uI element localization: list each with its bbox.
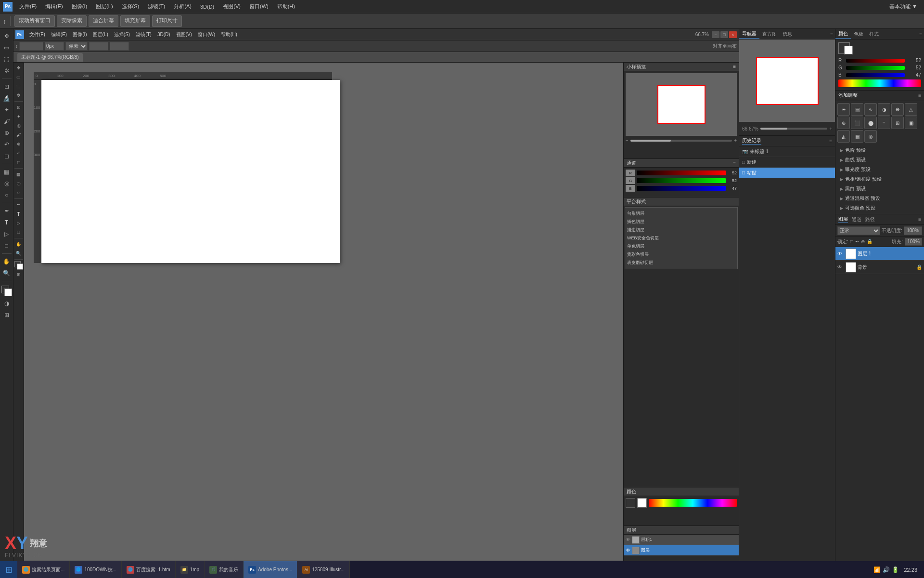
color-r-slider[interactable] [846,59,905,63]
tool-icon-1[interactable]: ↕ [3,17,6,25]
inner-menu-edit[interactable]: 编辑(E) [49,31,69,39]
adj-list-exposure[interactable]: 曝光度 预设 [837,165,922,174]
taskbar-item-2[interactable]: 🌐 100DOWN技... [70,561,122,578]
ps-history-brush[interactable]: ↶ [14,149,23,158]
float-list-item-1[interactable]: 勾形切层 [627,210,735,218]
menu-analyze[interactable]: 分析(A) [170,2,195,11]
lock-icon-3[interactable]: ⊕ [861,239,865,244]
adj-curves-icon[interactable]: ∿ [864,103,877,116]
inner-menu-view[interactable]: 视图(V) [174,31,194,39]
tab-styles[interactable]: 样式 [866,30,882,39]
adj-colorbalance-icon[interactable]: ⊕ [837,117,850,129]
ps-lasso[interactable]: ⬚ [14,82,23,91]
tab-info[interactable]: 信息 [780,30,795,39]
lock-icon-1[interactable]: □ [850,239,853,244]
screen-mode-tool[interactable]: ⊞ [1,310,12,320]
ps-text[interactable]: T [14,210,23,218]
adj-hsl-icon[interactable]: △ [905,103,917,116]
nav-zoom-slider[interactable] [630,140,732,142]
rectangle-select-tool[interactable]: ▭ [1,42,12,53]
adj-tab-label[interactable]: 添加调整 [838,92,858,99]
tab-color[interactable]: 颜色 [835,29,851,39]
menu-file[interactable]: 文件(F) [15,2,40,11]
ps-fg-bg[interactable] [14,261,23,270]
color-bg-box[interactable] [844,46,853,54]
fit-screen-btn[interactable]: 适合屏幕 [89,15,118,27]
inner-layer-eye-1[interactable]: 👁 [626,537,630,542]
lasso-tool[interactable]: ⬚ [1,54,12,65]
menu-edit[interactable]: 编辑(E) [41,2,67,11]
menu-view[interactable]: 视图(V) [219,2,244,11]
inner-layer-row-1[interactable]: 👁 层积1 [624,535,739,545]
ps-gradient[interactable]: ▦ [14,170,23,179]
dodge-tool[interactable]: ○ [1,190,12,200]
adj-threshold-icon[interactable]: ◭ [837,130,850,143]
scroll-all-windows-btn[interactable]: 滚动所有窗口 [14,15,55,27]
adj-list-hsl[interactable]: 色相/饱和度 预设 [837,174,922,184]
shape-tool[interactable]: □ [1,240,12,251]
inner-tool-input-3[interactable] [89,42,108,51]
nav-zoom-in[interactable]: + [829,126,832,131]
adj-invert-icon[interactable]: ⊞ [891,117,904,129]
nav-slider-track[interactable] [760,128,827,130]
ps-move-tool[interactable]: ✥ [14,64,23,72]
taskbar-item-5[interactable]: 🎵 我的音乐 [205,561,244,578]
inner-tool-input-2[interactable] [45,42,64,51]
win-restore-btn[interactable]: □ [720,31,728,38]
taskbar-item-6[interactable]: Ps Adobe Photos... [244,561,297,578]
layer-1-eye[interactable]: 👁 [837,251,844,256]
inner-menu-image[interactable]: 图像(I) [70,31,89,39]
win-minimize-btn[interactable]: − [712,31,719,38]
actual-pixels-btn[interactable]: 实际像素 [57,15,87,27]
print-size-btn[interactable]: 打印尺寸 [152,15,182,27]
spectrum-bar[interactable] [649,499,737,507]
menu-select[interactable]: 选择(S) [118,2,143,11]
inner-menu-window[interactable]: 窗口(W) [195,31,218,39]
brush-tool[interactable]: 🖌 [1,116,12,127]
adj-photo-icon[interactable]: ⬤ [864,117,877,129]
history-snapshot[interactable]: 📷 未标题-1 [739,146,835,157]
ps-bg-color[interactable] [17,263,23,270]
adj-gradient-icon[interactable]: ▦ [851,130,863,143]
tray-network-icon[interactable]: 📶 [873,566,881,573]
inner-tool-input-4[interactable] [110,42,129,51]
nav-zoom-plus[interactable]: + [734,138,737,143]
ps-magic-wand[interactable]: ✲ [14,91,23,100]
color-g-slider[interactable] [846,66,905,70]
taskbar-item-1[interactable]: 🌐 搜索结果页面... [17,561,70,578]
inner-menu-layer[interactable]: 图层(L) [90,31,111,39]
ps-rect-select[interactable]: ▭ [14,73,23,81]
fg-bg-swatches[interactable] [1,286,12,296]
ps-brush[interactable]: 🖌 [14,131,23,139]
adj-list-selective[interactable]: 可选颜色 预设 [837,203,922,213]
path-select-tool[interactable]: ▷ [1,229,12,239]
float-list-item-7[interactable]: 表皮磨砂切层 [627,259,735,267]
clone-stamp-tool[interactable]: ⊕ [1,128,12,138]
win-close-btn[interactable]: × [729,31,737,38]
float-list-item-4[interactable]: WEB安全色切层 [627,234,735,242]
ps-dodge[interactable]: ○ [14,188,23,197]
menu-filter[interactable]: 滤镜(T) [144,2,169,11]
layer-bg-eye[interactable]: 👁 [837,264,844,270]
ps-path-select[interactable]: ▷ [14,219,23,227]
menu-window[interactable]: 窗口(W) [245,2,272,11]
background-color[interactable] [4,289,12,296]
tab-history[interactable]: 历史记录 [742,137,761,144]
history-options[interactable]: ≡ [829,138,832,144]
inner-layer-row-2[interactable]: 👁 图层 [624,545,739,556]
inner-menu-help[interactable]: 帮助(H) [218,31,240,39]
adj-list-levels[interactable]: 色阶 预设 [837,145,922,155]
float-list-item-6[interactable]: 贵彩色切层 [627,250,735,259]
inner-menu-select[interactable]: 选择(S) [112,31,132,39]
photoshop-canvas[interactable] [41,80,340,263]
menu-layer[interactable]: 图层(L) [92,2,116,11]
menu-help[interactable]: 帮助(H) [273,2,299,11]
magic-wand-tool[interactable]: ✲ [1,66,12,76]
inner-menu-3d[interactable]: 3D(D) [155,31,173,38]
crop-tool[interactable]: ⊡ [1,81,12,92]
adj-bw-icon[interactable]: ⬛ [851,117,863,129]
canvas-area[interactable]: 0 100 200 300 400 500 0 [24,63,623,569]
layers-options[interactable]: ≡ [918,217,921,222]
blend-mode-select[interactable]: 正常 [837,226,880,235]
quick-mask-tool[interactable]: ◑ [1,298,12,309]
